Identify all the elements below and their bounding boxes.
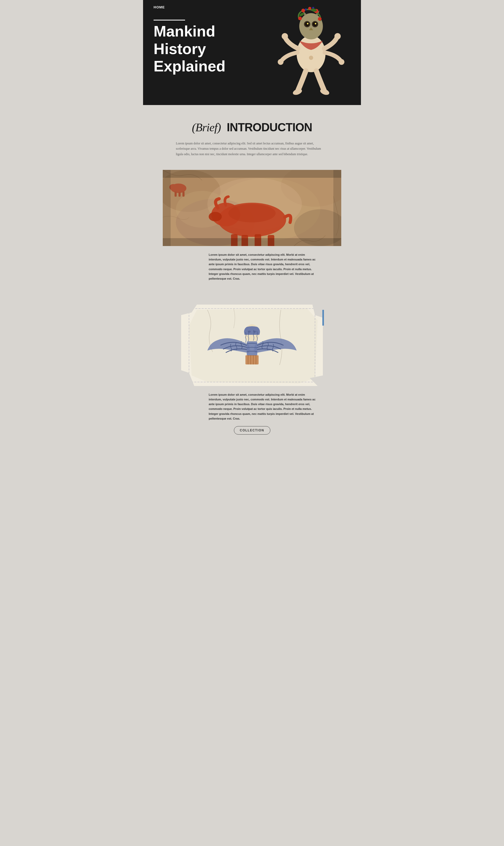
fresco-caption: Lorem ipsum dolor sit amet, consectetur … <box>188 392 316 421</box>
hero-divider <box>154 20 185 20</box>
svg-rect-49 <box>182 192 184 197</box>
hero-title: Mankind History Explained <box>154 22 350 75</box>
accent-bar <box>322 310 324 326</box>
fresco-image-container <box>181 305 323 387</box>
intro-heading: (Brief) INTRODUCTION <box>154 121 350 134</box>
svg-rect-50 <box>163 170 341 178</box>
svg-rect-52 <box>163 170 170 246</box>
hero-section: HOME GALLERY <box>143 0 361 105</box>
svg-point-39 <box>209 212 222 221</box>
hero-title-line3: Explained <box>154 57 226 75</box>
hero-title-line1: Mankind <box>154 22 215 40</box>
home-link[interactable]: HOME <box>154 5 165 9</box>
svg-rect-53 <box>334 170 341 246</box>
intro-body-text: Lorem ipsum dolor sit amet, consectetur … <box>176 141 328 157</box>
svg-rect-47 <box>175 192 177 197</box>
svg-point-13 <box>301 9 305 12</box>
svg-rect-51 <box>163 238 341 246</box>
cave-art-caption: Lorem ipsum dolor sit amet, consectetur … <box>188 252 316 281</box>
intro-section: (Brief) INTRODUCTION Lorem ipsum dolor s… <box>154 121 350 157</box>
intro-title-italic: (Brief) <box>192 121 221 134</box>
collection-button[interactable]: COLLECTION <box>234 426 270 435</box>
cave-art-image <box>163 170 341 247</box>
cave-art-section: Lorem ipsum dolor sit amet, consectetur … <box>154 170 350 281</box>
svg-rect-48 <box>179 192 181 197</box>
fresco-section: Lorem ipsum dolor sit amet, consectetur … <box>154 305 350 435</box>
main-content: (Brief) INTRODUCTION Lorem ipsum dolor s… <box>143 105 361 466</box>
svg-point-44 <box>228 204 276 222</box>
svg-point-17 <box>305 8 307 11</box>
hero-title-line2: History <box>154 40 206 57</box>
hero-text-content: Mankind History Explained <box>143 15 361 91</box>
intro-title-bold: INTRODUCTION <box>227 121 312 134</box>
svg-point-14 <box>308 7 311 10</box>
svg-rect-60 <box>246 355 258 364</box>
